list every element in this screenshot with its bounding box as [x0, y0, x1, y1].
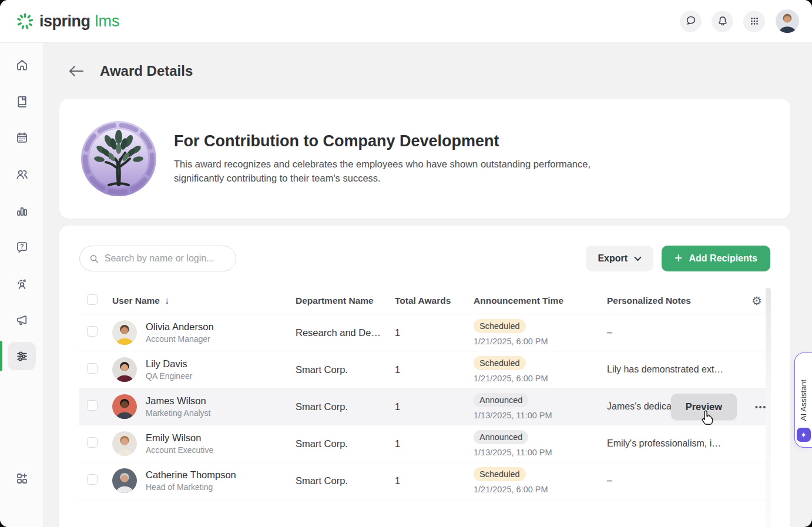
more-actions-icon[interactable]: •••	[755, 402, 767, 412]
table-row[interactable]: Olivia Anderson Account Manager Research…	[79, 314, 770, 351]
table-row-hovered[interactable]: James Wilson Marketing Analyst Smart Cor…	[79, 388, 770, 425]
total-awards-cell: 1	[395, 401, 474, 412]
table-settings-gear-icon[interactable]: ⚙	[751, 295, 762, 307]
table-toolbar: Export + Add Recipients	[79, 226, 770, 271]
award-info: For Contribution to Company Development …	[174, 132, 612, 186]
toolbar-actions: Export + Add Recipients	[586, 246, 770, 271]
row-checkbox[interactable]	[87, 326, 98, 337]
sidebar-item-addons[interactable]	[8, 464, 36, 492]
notes-cell: –	[607, 327, 770, 338]
column-header-department[interactable]: Department Name	[296, 296, 395, 306]
status-badge: Announced	[474, 393, 528, 407]
sidebar: ?	[0, 43, 44, 527]
row-checkbox[interactable]	[87, 363, 98, 374]
department-cell: Smart Corp.	[296, 364, 395, 375]
logo-burst-icon	[16, 12, 34, 31]
sidebar-item-reports[interactable]	[8, 196, 36, 224]
svg-text:?: ?	[20, 243, 24, 250]
sidebar-item-announcements[interactable]	[8, 306, 36, 334]
announcement-time: 1/13/2025, 11:00 PM	[474, 448, 607, 457]
coaching-gauge-icon	[15, 276, 29, 291]
sidebar-item-coaching[interactable]	[8, 269, 36, 297]
sidebar-item-users[interactable]	[8, 160, 36, 188]
table-row[interactable]: Catherine Thompson Head of Marketing Sma…	[79, 462, 770, 499]
export-label: Export	[598, 253, 628, 264]
department-cell: Smart Corp.	[296, 401, 395, 412]
avatar	[112, 320, 137, 345]
column-header-user-name[interactable]: User Name ↓	[112, 296, 296, 306]
total-awards-cell: 1	[395, 475, 474, 486]
back-button[interactable]	[66, 63, 86, 79]
ispring-logo[interactable]: ispring lms	[16, 12, 120, 31]
sidebar-item-learning[interactable]	[8, 87, 36, 115]
user-avatar[interactable]	[776, 9, 799, 33]
chevron-down-icon	[634, 256, 642, 261]
question-chat-icon: ?	[15, 240, 29, 254]
plus-icon: +	[675, 251, 682, 265]
grid-dots-icon	[748, 15, 761, 28]
notifications-button[interactable]	[712, 11, 733, 32]
total-awards-cell: 1	[395, 438, 474, 449]
status-badge: Announced	[474, 430, 528, 444]
sidebar-item-awards[interactable]	[8, 342, 36, 370]
topbar-actions	[670, 9, 799, 33]
user-role: Account Manager	[146, 334, 214, 344]
total-awards-cell: 1	[395, 364, 474, 375]
recipients-card: Export + Add Recipients User Name	[59, 226, 790, 527]
column-header-personalized-notes[interactable]: Personalized Notes	[607, 296, 770, 306]
home-icon	[15, 58, 29, 72]
user-name: Lily Davis	[146, 358, 192, 370]
status-badge: Scheduled	[474, 356, 526, 370]
sidebar-item-home[interactable]	[8, 51, 36, 79]
messages-button[interactable]	[680, 11, 702, 32]
page-header: Award Details	[59, 43, 790, 99]
department-cell: Smart Corp.	[296, 438, 395, 449]
user-role: Marketing Analyst	[146, 408, 211, 418]
apps-grid-button[interactable]	[743, 11, 765, 32]
user-name: Olivia Anderson	[146, 321, 214, 333]
chat-bubble-icon	[685, 15, 697, 28]
sort-desc-icon[interactable]: ↓	[165, 296, 169, 306]
status-badge: Scheduled	[474, 467, 526, 481]
avatar	[112, 431, 137, 456]
ai-sparkle-icon: ✦	[797, 428, 811, 442]
logo-brand-text: ispring	[39, 12, 90, 31]
search-input[interactable]	[105, 253, 227, 264]
row-checkbox[interactable]	[87, 474, 98, 485]
table-row[interactable]: Lily Davis QA Engineer Smart Corp. 1 Sch…	[79, 351, 770, 388]
page-title: Award Details	[100, 63, 193, 79]
row-checkbox[interactable]	[87, 400, 98, 411]
announcement-time: 1/13/2025, 11:00 PM	[474, 411, 607, 420]
department-cell: Smart Corp.	[296, 475, 395, 486]
main-content: Award Details	[44, 43, 812, 527]
table-scrollbar[interactable]	[766, 288, 771, 527]
department-cell: Research and De…	[296, 327, 395, 338]
user-name: Emily Wilson	[146, 432, 213, 444]
preview-button[interactable]: Preview	[671, 394, 737, 420]
bell-icon	[716, 15, 729, 28]
notes-cell: Lily has demonstrated ext…	[607, 364, 770, 375]
ai-assistant-label: AI Assistant	[799, 380, 808, 421]
notes-cell: –	[607, 475, 770, 486]
table-header-row: User Name ↓ Department Name Total Awards…	[79, 288, 770, 314]
column-header-announcement-time[interactable]: Announcement Time	[474, 296, 607, 306]
award-badge-image	[80, 120, 157, 197]
sliders-icon	[15, 349, 29, 364]
top-bar: ispring lms	[0, 0, 812, 43]
award-card: For Contribution to Company Development …	[59, 99, 790, 219]
search-icon	[89, 253, 99, 264]
table-row[interactable]: Emily Wilson Account Executive Smart Cor…	[79, 425, 770, 462]
sidebar-item-calendar[interactable]	[8, 123, 36, 152]
sidebar-item-help-chat[interactable]: ?	[8, 233, 36, 261]
ai-assistant-tab[interactable]: AI Assistant ✦	[794, 353, 812, 448]
logo-product-text: lms	[95, 12, 120, 31]
row-checkbox[interactable]	[87, 437, 98, 448]
column-header-total-awards[interactable]: Total Awards	[395, 296, 474, 306]
add-recipients-button[interactable]: + Add Recipients	[662, 246, 770, 271]
export-button[interactable]: Export	[586, 246, 653, 271]
user-role: Account Executive	[146, 445, 213, 455]
select-all-checkbox[interactable]	[87, 294, 98, 305]
avatar	[112, 357, 137, 382]
calendar-icon	[15, 130, 29, 145]
user-role: QA Engineer	[146, 371, 192, 381]
